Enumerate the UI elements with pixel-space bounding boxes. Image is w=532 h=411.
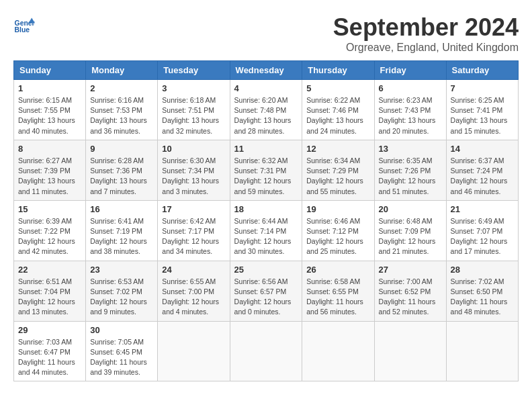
calendar-cell: 22Sunrise: 6:51 AM Sunset: 7:04 PM Dayli… — [14, 261, 86, 321]
calendar-cell: 23Sunrise: 6:53 AM Sunset: 7:02 PM Dayli… — [86, 261, 158, 321]
day-info: Sunrise: 6:22 AM Sunset: 7:46 PM Dayligh… — [306, 95, 369, 136]
day-number: 26 — [306, 265, 369, 275]
calendar-cell: 30Sunrise: 7:05 AM Sunset: 6:45 PM Dayli… — [86, 321, 158, 381]
month-title: September 2024 — [333, 13, 519, 42]
day-info: Sunrise: 6:16 AM Sunset: 7:53 PM Dayligh… — [90, 95, 153, 136]
day-number: 15 — [18, 204, 81, 214]
calendar-cell: 26Sunrise: 6:58 AM Sunset: 6:55 PM Dayli… — [302, 261, 374, 321]
logo: General Blue — [13, 13, 35, 35]
day-info: Sunrise: 6:56 AM Sunset: 6:57 PM Dayligh… — [234, 277, 298, 318]
calendar-week-row: 15Sunrise: 6:39 AM Sunset: 7:22 PM Dayli… — [14, 200, 519, 261]
day-info: Sunrise: 6:23 AM Sunset: 7:43 PM Dayligh… — [379, 95, 442, 136]
calendar-cell: 9Sunrise: 6:28 AM Sunset: 7:36 PM Daylig… — [86, 140, 158, 200]
day-number: 13 — [379, 144, 442, 154]
calendar-cell: 20Sunrise: 6:48 AM Sunset: 7:09 PM Dayli… — [374, 200, 446, 261]
day-number: 28 — [451, 265, 514, 275]
day-number: 21 — [451, 204, 514, 214]
day-info: Sunrise: 6:39 AM Sunset: 7:22 PM Dayligh… — [18, 216, 81, 257]
day-info: Sunrise: 6:28 AM Sunset: 7:36 PM Dayligh… — [90, 156, 153, 197]
day-info: Sunrise: 6:41 AM Sunset: 7:19 PM Dayligh… — [90, 216, 153, 257]
day-number: 5 — [306, 83, 369, 93]
day-info: Sunrise: 6:20 AM Sunset: 7:48 PM Dayligh… — [234, 95, 298, 136]
calendar-cell: 17Sunrise: 6:42 AM Sunset: 7:17 PM Dayli… — [158, 200, 230, 261]
day-number: 1 — [18, 83, 81, 93]
calendar-cell: 8Sunrise: 6:27 AM Sunset: 7:39 PM Daylig… — [14, 140, 86, 200]
location: Orgreave, England, United Kingdom — [333, 42, 519, 54]
day-info: Sunrise: 6:34 AM Sunset: 7:29 PM Dayligh… — [306, 156, 369, 197]
day-info: Sunrise: 6:27 AM Sunset: 7:39 PM Dayligh… — [18, 156, 81, 197]
day-number: 7 — [451, 83, 514, 93]
calendar-cell: 5Sunrise: 6:22 AM Sunset: 7:46 PM Daylig… — [302, 80, 374, 140]
day-number: 14 — [451, 144, 514, 154]
day-number: 30 — [90, 325, 153, 335]
calendar-cell: 12Sunrise: 6:34 AM Sunset: 7:29 PM Dayli… — [302, 140, 374, 200]
day-number: 9 — [90, 144, 153, 154]
day-number: 20 — [379, 204, 442, 214]
calendar-cell: 25Sunrise: 6:56 AM Sunset: 6:57 PM Dayli… — [230, 261, 302, 321]
day-info: Sunrise: 7:03 AM Sunset: 6:47 PM Dayligh… — [18, 337, 81, 378]
day-info: Sunrise: 7:02 AM Sunset: 6:50 PM Dayligh… — [451, 277, 514, 318]
calendar-cell: 19Sunrise: 6:46 AM Sunset: 7:12 PM Dayli… — [302, 200, 374, 261]
day-number: 18 — [234, 204, 298, 214]
calendar-week-row: 8Sunrise: 6:27 AM Sunset: 7:39 PM Daylig… — [14, 140, 519, 200]
calendar-cell: 1Sunrise: 6:15 AM Sunset: 7:55 PM Daylig… — [14, 80, 86, 140]
day-number: 3 — [162, 83, 225, 93]
calendar-cell — [302, 321, 374, 381]
day-info: Sunrise: 6:53 AM Sunset: 7:02 PM Dayligh… — [90, 277, 153, 318]
weekday-header-wednesday: Wednesday — [230, 61, 302, 80]
day-info: Sunrise: 6:30 AM Sunset: 7:34 PM Dayligh… — [162, 156, 225, 197]
weekday-header-saturday: Saturday — [446, 61, 518, 80]
logo-icon: General Blue — [13, 13, 35, 35]
calendar-cell — [158, 321, 230, 381]
day-number: 22 — [18, 265, 81, 275]
calendar-cell: 3Sunrise: 6:18 AM Sunset: 7:51 PM Daylig… — [158, 80, 230, 140]
calendar-week-row: 29Sunrise: 7:03 AM Sunset: 6:47 PM Dayli… — [14, 321, 519, 381]
day-info: Sunrise: 6:35 AM Sunset: 7:26 PM Dayligh… — [379, 156, 442, 197]
calendar-cell: 15Sunrise: 6:39 AM Sunset: 7:22 PM Dayli… — [14, 200, 86, 261]
day-info: Sunrise: 7:05 AM Sunset: 6:45 PM Dayligh… — [90, 337, 153, 378]
day-number: 16 — [90, 204, 153, 214]
svg-text:Blue: Blue — [15, 26, 30, 34]
day-info: Sunrise: 6:58 AM Sunset: 6:55 PM Dayligh… — [306, 277, 369, 318]
day-number: 29 — [18, 325, 81, 335]
title-block: September 2024 Orgreave, England, United… — [333, 13, 519, 54]
calendar-table: SundayMondayTuesdayWednesdayThursdayFrid… — [13, 60, 519, 381]
day-number: 12 — [306, 144, 369, 154]
calendar-cell: 11Sunrise: 6:32 AM Sunset: 7:31 PM Dayli… — [230, 140, 302, 200]
weekday-header-sunday: Sunday — [14, 61, 86, 80]
calendar-cell: 16Sunrise: 6:41 AM Sunset: 7:19 PM Dayli… — [86, 200, 158, 261]
day-info: Sunrise: 6:32 AM Sunset: 7:31 PM Dayligh… — [234, 156, 298, 197]
weekday-header-thursday: Thursday — [302, 61, 374, 80]
calendar-cell: 29Sunrise: 7:03 AM Sunset: 6:47 PM Dayli… — [14, 321, 86, 381]
calendar-cell: 7Sunrise: 6:25 AM Sunset: 7:41 PM Daylig… — [446, 80, 518, 140]
calendar-cell: 10Sunrise: 6:30 AM Sunset: 7:34 PM Dayli… — [158, 140, 230, 200]
day-info: Sunrise: 6:55 AM Sunset: 7:00 PM Dayligh… — [162, 277, 225, 318]
calendar-cell: 27Sunrise: 7:00 AM Sunset: 6:52 PM Dayli… — [374, 261, 446, 321]
day-number: 8 — [18, 144, 81, 154]
day-info: Sunrise: 6:25 AM Sunset: 7:41 PM Dayligh… — [451, 95, 514, 136]
calendar-cell: 4Sunrise: 6:20 AM Sunset: 7:48 PM Daylig… — [230, 80, 302, 140]
calendar-cell: 13Sunrise: 6:35 AM Sunset: 7:26 PM Dayli… — [374, 140, 446, 200]
weekday-header-monday: Monday — [86, 61, 158, 80]
day-number: 19 — [306, 204, 369, 214]
day-info: Sunrise: 6:49 AM Sunset: 7:07 PM Dayligh… — [451, 216, 514, 257]
weekday-header-tuesday: Tuesday — [158, 61, 230, 80]
calendar-cell: 28Sunrise: 7:02 AM Sunset: 6:50 PM Dayli… — [446, 261, 518, 321]
calendar-cell: 21Sunrise: 6:49 AM Sunset: 7:07 PM Dayli… — [446, 200, 518, 261]
calendar-week-row: 1Sunrise: 6:15 AM Sunset: 7:55 PM Daylig… — [14, 80, 519, 140]
calendar-cell: 14Sunrise: 6:37 AM Sunset: 7:24 PM Dayli… — [446, 140, 518, 200]
day-number: 10 — [162, 144, 225, 154]
weekday-header-row: SundayMondayTuesdayWednesdayThursdayFrid… — [14, 61, 519, 80]
day-number: 6 — [379, 83, 442, 93]
day-info: Sunrise: 6:37 AM Sunset: 7:24 PM Dayligh… — [451, 156, 514, 197]
calendar-cell: 18Sunrise: 6:44 AM Sunset: 7:14 PM Dayli… — [230, 200, 302, 261]
day-info: Sunrise: 7:00 AM Sunset: 6:52 PM Dayligh… — [379, 277, 442, 318]
day-number: 4 — [234, 83, 298, 93]
day-number: 11 — [234, 144, 298, 154]
calendar-cell — [374, 321, 446, 381]
calendar-cell — [446, 321, 518, 381]
day-info: Sunrise: 6:51 AM Sunset: 7:04 PM Dayligh… — [18, 277, 81, 318]
day-number: 17 — [162, 204, 225, 214]
calendar-cell: 24Sunrise: 6:55 AM Sunset: 7:00 PM Dayli… — [158, 261, 230, 321]
page-header: General Blue September 2024 Orgreave, En… — [13, 13, 519, 54]
